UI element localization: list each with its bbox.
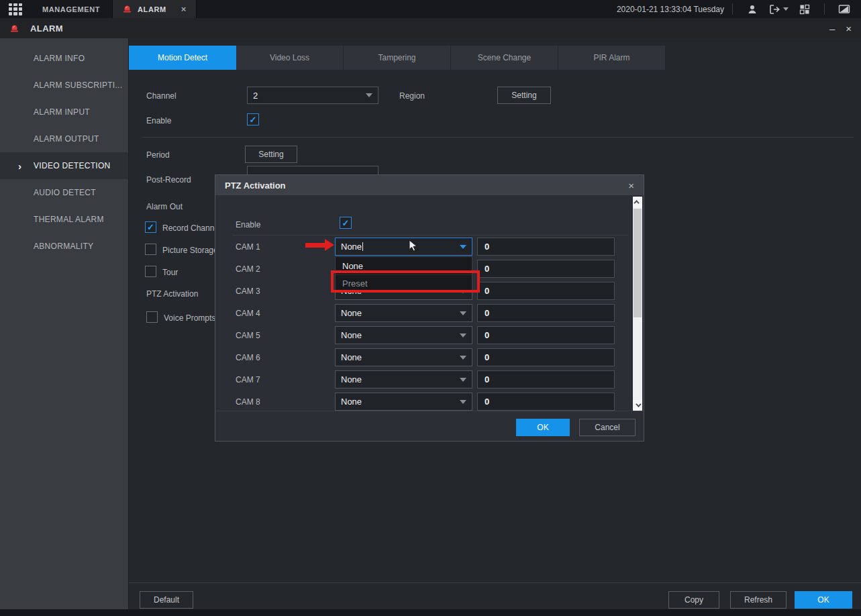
cam8-type-select[interactable]: None	[335, 393, 472, 411]
sidebar-item-alarm-info[interactable]: ALARM INFO	[0, 45, 128, 72]
tab-video-loss[interactable]: Video Loss	[236, 46, 344, 70]
divider	[232, 235, 628, 236]
cam7-type-select[interactable]: None	[335, 370, 472, 389]
cam7-preset-number-input[interactable]: 0	[477, 370, 615, 389]
voice-prompts-checkbox[interactable]: ✓	[146, 311, 158, 323]
region-setting-button[interactable]: Setting	[497, 87, 551, 104]
cam-row-7: CAM 7 None 0	[236, 370, 625, 389]
ok-button[interactable]: OK	[795, 591, 852, 609]
enable-label: Enable	[146, 116, 171, 125]
divider	[129, 582, 861, 583]
apps-grid-icon[interactable]	[9, 3, 22, 15]
tour-checkbox[interactable]: ✓	[145, 266, 156, 277]
chevron-down-icon	[366, 93, 372, 97]
scroll-down-icon[interactable]	[633, 400, 642, 411]
dialog-enable-checkbox[interactable]: ✓	[340, 217, 352, 229]
mouse-cursor	[409, 240, 417, 252]
layout-icon[interactable]	[793, 0, 816, 18]
dialog-scrollbar[interactable]	[633, 197, 642, 411]
tab-pir-alarm[interactable]: PIR Alarm	[558, 46, 666, 70]
alarm-tab-label: ALARM	[138, 5, 166, 13]
channel-select[interactable]: 2	[247, 87, 378, 104]
text-cursor	[362, 242, 363, 251]
divider	[128, 38, 129, 616]
tab-scene-change[interactable]: Scene Change	[451, 46, 558, 70]
dialog-enable-label: Enable	[236, 220, 260, 229]
divider	[215, 411, 644, 411]
tab-tampering[interactable]: Tampering	[344, 46, 451, 70]
window-bottom-edge	[0, 609, 861, 616]
close-icon[interactable]: ×	[846, 23, 852, 34]
period-label: Period	[146, 150, 170, 160]
cam4-type-select[interactable]: None	[335, 304, 472, 322]
divider	[732, 3, 733, 15]
dialog-titlebar[interactable]: PTZ Activation ×	[215, 175, 644, 195]
divider	[824, 3, 825, 15]
alarm-window-titlebar: ALARM – ×	[0, 18, 861, 38]
screen: MANAGEMENT ALARM × 2020-01-21 13:33:04 T…	[0, 0, 861, 616]
record-channel-label: Record Channel	[162, 223, 221, 233]
alarm-tab-close-icon[interactable]: ×	[181, 5, 187, 13]
cam6-type-select[interactable]: None	[335, 348, 472, 366]
cam1-type-select[interactable]: None	[335, 238, 472, 256]
default-button[interactable]: Default	[140, 591, 193, 609]
post-record-label: Post-Record	[146, 175, 191, 185]
window-title: ALARM	[30, 23, 63, 34]
sidebar-item-thermal-alarm[interactable]: THERMAL ALARM	[0, 206, 128, 233]
sidebar-item-abnormality[interactable]: ABNORMALITY	[0, 233, 128, 260]
cam-row-6: CAM 6 None 0	[236, 348, 625, 366]
annotation-highlight-box	[331, 270, 480, 293]
cam-row-5: CAM 5 None 0	[236, 326, 625, 344]
system-datetime: 2020-01-21 13:33:04 Tuesday	[617, 5, 724, 14]
refresh-button[interactable]: Refresh	[730, 591, 787, 609]
annotation-arrow-head	[325, 239, 334, 251]
divider	[141, 137, 854, 138]
chevron-down-icon	[460, 245, 466, 249]
sidebar-item-video-detection[interactable]: › VIDEO DETECTION	[0, 152, 128, 179]
cam-row-8: CAM 8 None 0	[236, 393, 625, 411]
sidebar-item-alarm-output[interactable]: ALARM OUTPUT	[0, 125, 128, 152]
tab-management[interactable]: MANAGEMENT	[30, 0, 112, 18]
region-label: Region	[399, 91, 425, 101]
logout-icon[interactable]	[764, 0, 793, 18]
cam4-preset-number-input[interactable]: 0	[477, 304, 615, 322]
user-icon[interactable]	[741, 0, 764, 18]
tab-alarm[interactable]: ALARM ×	[112, 0, 197, 18]
voice-prompts-label: Voice Prompts	[164, 313, 215, 323]
display-icon[interactable]	[833, 0, 856, 18]
period-setting-button[interactable]: Setting	[245, 146, 297, 163]
cam-row-1: CAM 1 None 0	[236, 238, 625, 256]
alarm-siren-icon	[9, 23, 19, 34]
annotation-arrow	[305, 243, 325, 248]
copy-button[interactable]: Copy	[668, 591, 719, 609]
cam8-preset-number-input[interactable]: 0	[477, 393, 615, 411]
dialog-cancel-button[interactable]: Cancel	[579, 419, 636, 436]
sidebar-item-alarm-input[interactable]: ALARM INPUT	[0, 99, 128, 125]
selected-arrow-icon: ›	[18, 160, 21, 172]
minimize-icon[interactable]: –	[829, 23, 835, 34]
cam6-preset-number-input[interactable]: 0	[477, 348, 615, 366]
dialog-ok-button[interactable]: OK	[516, 419, 570, 436]
alarm-siren-icon	[122, 4, 132, 14]
dialog-close-icon[interactable]: ×	[628, 181, 634, 191]
tour-label: Tour	[162, 268, 178, 277]
cam1-preset-number-input[interactable]: 0	[477, 238, 615, 256]
cam-row-4: CAM 4 None 0	[236, 304, 625, 322]
cam3-preset-number-input[interactable]: 0	[477, 282, 615, 300]
cam2-preset-number-input[interactable]: 0	[477, 260, 615, 278]
management-tab-label: MANAGEMENT	[42, 5, 100, 13]
enable-checkbox[interactable]: ✓	[247, 113, 259, 125]
tab-motion-detect[interactable]: Motion Detect	[129, 46, 236, 70]
picture-storage-checkbox[interactable]: ✓	[145, 244, 156, 255]
dialog-title: PTZ Activation	[225, 181, 286, 191]
cam5-type-select[interactable]: None	[335, 326, 472, 344]
scrollbar-thumb[interactable]	[634, 209, 642, 317]
app-topbar: MANAGEMENT ALARM × 2020-01-21 13:33:04 T…	[0, 0, 861, 18]
detection-tabs: Motion Detect Video Loss Tampering Scene…	[129, 46, 666, 70]
scroll-up-icon[interactable]	[633, 197, 642, 207]
sidebar-item-alarm-subscription[interactable]: ALARM SUBSCRIPTI...	[0, 72, 128, 99]
sidebar-item-audio-detect[interactable]: AUDIO DETECT	[0, 179, 128, 206]
alarm-out-label: Alarm Out	[146, 202, 183, 211]
cam5-preset-number-input[interactable]: 0	[477, 326, 615, 344]
record-channel-checkbox[interactable]: ✓	[145, 221, 156, 233]
